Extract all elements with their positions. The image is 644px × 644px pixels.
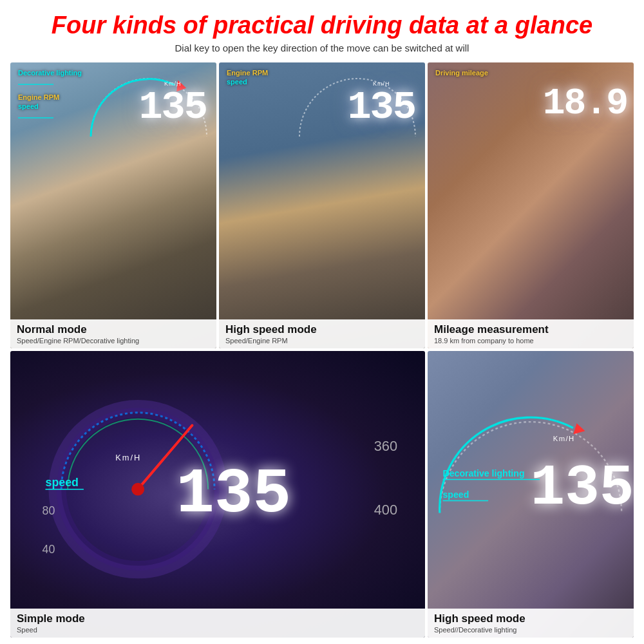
line-under-speed-1	[18, 114, 53, 122]
svg-text:speed: speed	[443, 489, 469, 500]
svg-text:400: 400	[374, 502, 397, 518]
speed-number-2: 135	[347, 88, 415, 128]
page-wrapper: Four kinds of practical driving data at …	[0, 0, 644, 644]
speed-display-2: Km/H 135	[347, 80, 415, 128]
cell-overlay-2: Engine RPM speed Km/H 135	[219, 62, 425, 349]
speedometer-visual: 360 400 40 80 Km/H 135 speed	[10, 351, 425, 602]
cell-caption-3: Mileage measurement 18.9 km from company…	[428, 319, 634, 348]
speed-number-1: 135	[138, 88, 207, 128]
caption-sub-2: Speed/Engine RPM	[225, 337, 419, 345]
cell-caption-2: High speed mode Speed/Engine RPM	[219, 319, 425, 348]
caption-title-5: High speed mode	[434, 612, 627, 625]
engine-rpm-label-2: Engine RPM	[227, 69, 417, 77]
cell-overlay-3: Driving mileage 18.9	[428, 62, 634, 349]
svg-text:360: 360	[374, 439, 397, 455]
header-section: Four kinds of practical driving data at …	[10, 12, 634, 53]
cell-high-speed-1: Engine RPM speed Km/H 135 High speed mod…	[219, 62, 425, 349]
cell-mileage: Driving mileage 18.9 Mileage measurement…	[428, 62, 634, 349]
gauge-arc-5: Km/H 135 Decorative lighting speed	[428, 351, 634, 602]
cell-normal-mode: Decorative lighting Engine RPM speed	[10, 62, 216, 349]
svg-text:speed: speed	[45, 476, 79, 489]
caption-title-4: Simple mode	[17, 612, 419, 625]
svg-text:135: 135	[176, 459, 291, 531]
caption-sub-4: Speed	[17, 626, 419, 634]
svg-text:40: 40	[43, 543, 55, 556]
cell-caption-1: Normal mode Speed/Engine RPM/Decorative …	[10, 319, 216, 348]
driving-mileage-label: Driving mileage	[435, 69, 626, 77]
svg-text:80: 80	[43, 505, 55, 518]
main-title: Four kinds of practical driving data at …	[10, 12, 634, 40]
decorative-lighting-label-1: Decorative lighting	[18, 69, 209, 77]
caption-title-3: Mileage measurement	[434, 323, 627, 336]
cell-simple-mode: 360 400 40 80 Km/H 135 speed Simple mode…	[10, 351, 425, 638]
hud-top-3: Driving mileage	[435, 69, 626, 77]
caption-sub-3: 18.9 km from company to home	[434, 337, 627, 345]
caption-title-1: Normal mode	[17, 323, 210, 336]
svg-text:Decorative lighting: Decorative lighting	[443, 468, 525, 478]
cell-caption-5: High speed mode Speed//Decorative lighti…	[428, 609, 634, 638]
cell-high-speed-2: Km/H 135 Decorative lighting speed High …	[428, 351, 634, 638]
caption-sub-5: Speed//Decorative lighting	[434, 626, 627, 634]
svg-point-6	[131, 483, 144, 496]
svg-text:135: 135	[531, 457, 634, 522]
subtitle: Dial key to open the key direction of th…	[10, 43, 634, 53]
cell-caption-4: Simple mode Speed	[10, 609, 425, 638]
speed-display-3: 18.9	[543, 85, 627, 122]
caption-title-2: High speed mode	[225, 323, 419, 336]
speed-number-3: 18.9	[543, 85, 627, 122]
speed-display-1: Km/H 135	[138, 80, 207, 128]
line-under-deco-1	[18, 80, 53, 88]
svg-text:Km/H: Km/H	[553, 435, 575, 443]
grid-section: Decorative lighting Engine RPM speed	[10, 62, 634, 638]
caption-sub-1: Speed/Engine RPM/Decorative lighting	[17, 337, 210, 345]
svg-text:Km/H: Km/H	[115, 453, 141, 462]
cell-overlay-1: Decorative lighting Engine RPM speed	[10, 62, 216, 349]
